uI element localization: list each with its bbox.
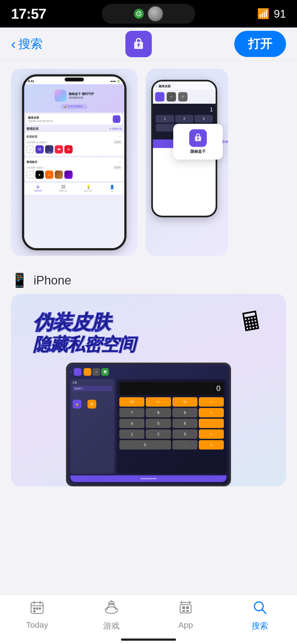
hero-action: 新手使用教程: [68, 105, 83, 108]
screenshots-row: 9:41 ●●● 🔋 隐秘盒子 随时守护 您的隐私安全: [0, 69, 297, 256]
group1-apps: + M 📖 微: [26, 145, 122, 154]
app-game1-icon: [55, 171, 63, 179]
screenshot-card-1[interactable]: 9:41 ●●● 🔋 隐秘盒子 随时守护 您的隐私安全: [11, 69, 138, 256]
add-app-btn[interactable]: +: [26, 146, 34, 153]
app-icon-tab: [178, 600, 193, 618]
device-label: iPhone: [34, 273, 71, 287]
phone2-app3: 🗒: [178, 92, 188, 102]
iphone-mockup-1: 9:41 ●●● 🔋 隐秘盒子 随时守护 您的隐私安全: [22, 74, 127, 250]
open-button[interactable]: 打开: [234, 31, 286, 57]
phone-tab-tips[interactable]: 💡 贴士工具: [84, 185, 92, 192]
phone2-back-icon: ‹: [156, 84, 157, 89]
nav-bar: ‹ 搜索 打开: [0, 28, 297, 61]
back-button[interactable]: ‹ 搜索: [11, 36, 43, 52]
ipad-calc-3: 📊: [101, 368, 109, 376]
ipad-screen: ‹ ÷ ≡ 📊 设置 隐秘盒子 →: [68, 364, 229, 485]
ipad-title: 伪装皮肤 隐藏私密空间: [33, 310, 135, 355]
add-app-btn-2[interactable]: +: [26, 171, 34, 179]
group2-toggle: 未启用: [113, 166, 122, 169]
new-group-label: ⊕ 新建分组: [109, 127, 122, 131]
screenshots-area: 9:41 ●●● 🔋 隐秘盒子 随时守护 您的隐私安全: [0, 61, 297, 264]
ipad-left-panel: 设置 隐秘盒子 → 🔒 → 🖩: [70, 379, 114, 474]
svg-rect-13: [33, 607, 35, 610]
svg-rect-21: [182, 606, 185, 609]
phone2-app2: ÷×: [167, 92, 176, 102]
avatar: [148, 6, 163, 21]
group2-name: 游戏娱乐: [26, 160, 37, 164]
group2-sub: 生效范围 去添加 >: [26, 166, 44, 169]
popup-label: 隐秘盒子: [190, 149, 206, 154]
skin-sub: 替换图标 伪装成常用应用: [28, 120, 53, 123]
status-time: 17:57: [11, 6, 46, 22]
phone-hero: 隐秘盒子 随时守护 您的隐私安全 🚀 新手使用教程 ›: [24, 84, 124, 113]
phone-tab-skin[interactable]: 🖼 换肤工具: [59, 185, 67, 192]
ipad-calc-1: ÷: [84, 368, 91, 376]
calculator-emoji: 🖩: [237, 306, 266, 338]
calc-display: 0: [119, 382, 224, 395]
tab-search[interactable]: 搜索: [223, 600, 297, 632]
app-game2-icon: [64, 171, 73, 179]
iphone-icon: 📱: [11, 272, 28, 288]
ipad-back-arrow: ‹: [70, 370, 72, 374]
manage-header: 管理应用 ⊕ 新建分组: [24, 126, 124, 132]
app-group-2: 游戏娱乐 ··· 生效范围 去添加 > 未启用 + ▶: [24, 157, 124, 181]
status-bar: 17:57 📶 91: [0, 0, 297, 28]
games-icon: [104, 600, 119, 618]
phone-signal: ●●● 🔋: [110, 80, 120, 83]
home-indicator: [121, 638, 176, 641]
ipad-card[interactable]: 伪装皮肤 隐藏私密空间 🖩 ‹ ÷ ≡ 📊: [11, 294, 286, 486]
popup-card: 隐秘盒子 >>: [173, 124, 223, 160]
svg-rect-24: [186, 610, 189, 612]
hero-sub: 您的隐私安全: [69, 96, 94, 100]
phone-tab-me[interactable]: 👤 我: [110, 185, 114, 192]
phone2-display: 1: [156, 106, 213, 113]
svg-rect-22: [186, 606, 189, 609]
tab-app-label: App: [178, 620, 193, 630]
dynamic-island: [102, 4, 195, 24]
tab-today[interactable]: Today: [0, 600, 74, 630]
group2-apps: + ▶ K: [26, 171, 122, 179]
svg-rect-20: [180, 605, 191, 613]
ipad-title-line1: 伪装皮肤: [33, 310, 135, 334]
tab-app[interactable]: App: [148, 600, 223, 630]
tab-games-label: 游戏: [103, 620, 120, 632]
phone2-app1: [155, 92, 164, 102]
phone-time: 9:41: [28, 80, 34, 83]
phone-tab-manage[interactable]: ⊞ 管理应用: [34, 185, 42, 192]
app-group-1: 生活社交 ··· 生效范围 ●● 去修改 > 未启用 + M: [24, 132, 124, 156]
tab-today-label: Today: [26, 620, 48, 630]
svg-rect-15: [39, 607, 41, 610]
forward-arrows: >>: [222, 139, 228, 145]
bottom-tabbar: Today 游戏 App: [0, 594, 297, 644]
skin-section: 隐身皮肤 替换图标 伪装成常用应用 ↕: [26, 114, 123, 125]
device-label-row: 📱 iPhone: [0, 264, 297, 291]
hero-title: 隐秘盒子 随时守护: [69, 92, 94, 96]
svg-rect-14: [36, 607, 38, 610]
today-icon: [30, 600, 44, 618]
ipad-calc-main: 0 AC +/- % ÷ 7 8 9 × 4 5: [117, 379, 227, 474]
screenshot-card-2[interactable]: ‹ 隐身皮肤 ÷× 🗒 1 1 2 3: [146, 69, 228, 256]
search-icon: [253, 600, 267, 618]
app-icon: [125, 31, 152, 57]
ipad-calc-2: ≡: [92, 368, 100, 376]
activity-indicator: [134, 9, 144, 19]
phone2-title: 隐身皮肤: [159, 84, 171, 88]
group1-toggle: 未启用: [113, 140, 122, 144]
svg-rect-16: [33, 610, 35, 612]
popup-app-icon: [189, 129, 207, 147]
ipad-mockup: ‹ ÷ ≡ 📊 设置 隐秘盒子 →: [66, 363, 231, 486]
tab-games[interactable]: 游戏: [74, 600, 148, 632]
ipad-bottom-bar: [70, 475, 227, 482]
chevron-left-icon: ‹: [11, 36, 16, 52]
phone-tabbar: ⊞ 管理应用 🖼 换肤工具 💡 贴士工具 👤: [24, 183, 124, 194]
tab-search-label: 搜索: [252, 620, 268, 632]
ipad-title-line2: 隐藏私密空间: [33, 334, 135, 355]
svg-line-29: [262, 610, 266, 613]
group1-name: 生活社交: [26, 135, 37, 139]
app-weibo-icon: 微: [64, 145, 73, 154]
calc-buttons: AC +/- % ÷ 7 8 9 × 4 5 6 - 1: [119, 397, 224, 450]
app-mastodon-icon: M: [35, 145, 44, 154]
skin-label: 隐身皮肤: [28, 116, 53, 120]
signal-icon: 📶: [257, 8, 270, 20]
app-kuaishou-icon: K: [45, 171, 53, 179]
